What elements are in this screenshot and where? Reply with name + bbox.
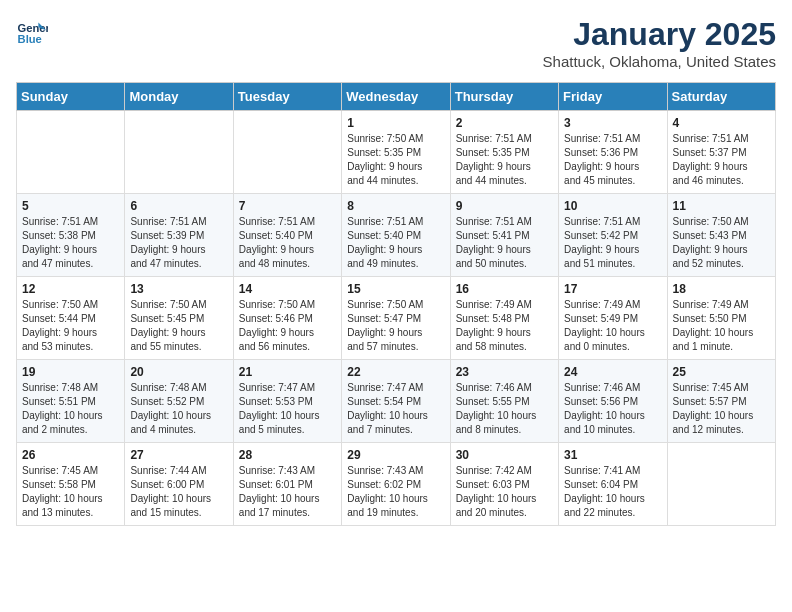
day-number: 29 — [347, 448, 444, 462]
day-cell: 31Sunrise: 7:41 AM Sunset: 6:04 PM Dayli… — [559, 443, 667, 526]
week-row-1: 1Sunrise: 7:50 AM Sunset: 5:35 PM Daylig… — [17, 111, 776, 194]
header-cell-wednesday: Wednesday — [342, 83, 450, 111]
day-number: 14 — [239, 282, 336, 296]
header-cell-saturday: Saturday — [667, 83, 775, 111]
day-cell — [17, 111, 125, 194]
day-number: 13 — [130, 282, 227, 296]
day-number: 16 — [456, 282, 553, 296]
day-cell: 13Sunrise: 7:50 AM Sunset: 5:45 PM Dayli… — [125, 277, 233, 360]
day-info: Sunrise: 7:48 AM Sunset: 5:52 PM Dayligh… — [130, 381, 227, 437]
day-info: Sunrise: 7:51 AM Sunset: 5:40 PM Dayligh… — [347, 215, 444, 271]
day-number: 23 — [456, 365, 553, 379]
day-info: Sunrise: 7:50 AM Sunset: 5:44 PM Dayligh… — [22, 298, 119, 354]
day-info: Sunrise: 7:49 AM Sunset: 5:48 PM Dayligh… — [456, 298, 553, 354]
svg-text:Blue: Blue — [18, 33, 42, 45]
day-cell: 29Sunrise: 7:43 AM Sunset: 6:02 PM Dayli… — [342, 443, 450, 526]
day-number: 27 — [130, 448, 227, 462]
week-row-5: 26Sunrise: 7:45 AM Sunset: 5:58 PM Dayli… — [17, 443, 776, 526]
day-cell — [667, 443, 775, 526]
day-number: 18 — [673, 282, 770, 296]
day-number: 15 — [347, 282, 444, 296]
day-cell: 18Sunrise: 7:49 AM Sunset: 5:50 PM Dayli… — [667, 277, 775, 360]
day-info: Sunrise: 7:51 AM Sunset: 5:36 PM Dayligh… — [564, 132, 661, 188]
day-cell: 5Sunrise: 7:51 AM Sunset: 5:38 PM Daylig… — [17, 194, 125, 277]
day-info: Sunrise: 7:50 AM Sunset: 5:47 PM Dayligh… — [347, 298, 444, 354]
day-cell: 24Sunrise: 7:46 AM Sunset: 5:56 PM Dayli… — [559, 360, 667, 443]
day-number: 2 — [456, 116, 553, 130]
day-info: Sunrise: 7:51 AM Sunset: 5:39 PM Dayligh… — [130, 215, 227, 271]
calendar-body: 1Sunrise: 7:50 AM Sunset: 5:35 PM Daylig… — [17, 111, 776, 526]
header-cell-friday: Friday — [559, 83, 667, 111]
day-info: Sunrise: 7:51 AM Sunset: 5:38 PM Dayligh… — [22, 215, 119, 271]
day-cell: 14Sunrise: 7:50 AM Sunset: 5:46 PM Dayli… — [233, 277, 341, 360]
day-number: 11 — [673, 199, 770, 213]
day-number: 28 — [239, 448, 336, 462]
day-number: 9 — [456, 199, 553, 213]
day-info: Sunrise: 7:43 AM Sunset: 6:02 PM Dayligh… — [347, 464, 444, 520]
day-info: Sunrise: 7:51 AM Sunset: 5:37 PM Dayligh… — [673, 132, 770, 188]
day-number: 10 — [564, 199, 661, 213]
calendar-table: SundayMondayTuesdayWednesdayThursdayFrid… — [16, 82, 776, 526]
day-number: 30 — [456, 448, 553, 462]
day-info: Sunrise: 7:50 AM Sunset: 5:43 PM Dayligh… — [673, 215, 770, 271]
day-number: 17 — [564, 282, 661, 296]
day-number: 19 — [22, 365, 119, 379]
logo-icon: General Blue — [16, 16, 48, 48]
day-number: 6 — [130, 199, 227, 213]
day-cell: 1Sunrise: 7:50 AM Sunset: 5:35 PM Daylig… — [342, 111, 450, 194]
day-info: Sunrise: 7:51 AM Sunset: 5:41 PM Dayligh… — [456, 215, 553, 271]
day-info: Sunrise: 7:46 AM Sunset: 5:55 PM Dayligh… — [456, 381, 553, 437]
day-cell: 10Sunrise: 7:51 AM Sunset: 5:42 PM Dayli… — [559, 194, 667, 277]
day-cell: 17Sunrise: 7:49 AM Sunset: 5:49 PM Dayli… — [559, 277, 667, 360]
day-info: Sunrise: 7:45 AM Sunset: 5:58 PM Dayligh… — [22, 464, 119, 520]
day-cell: 27Sunrise: 7:44 AM Sunset: 6:00 PM Dayli… — [125, 443, 233, 526]
day-cell: 26Sunrise: 7:45 AM Sunset: 5:58 PM Dayli… — [17, 443, 125, 526]
day-number: 20 — [130, 365, 227, 379]
day-number: 21 — [239, 365, 336, 379]
day-cell: 15Sunrise: 7:50 AM Sunset: 5:47 PM Dayli… — [342, 277, 450, 360]
page-header: General Blue January 2025 Shattuck, Okla… — [16, 16, 776, 70]
day-info: Sunrise: 7:48 AM Sunset: 5:51 PM Dayligh… — [22, 381, 119, 437]
day-number: 5 — [22, 199, 119, 213]
header-cell-tuesday: Tuesday — [233, 83, 341, 111]
day-info: Sunrise: 7:49 AM Sunset: 5:49 PM Dayligh… — [564, 298, 661, 354]
calendar-header: SundayMondayTuesdayWednesdayThursdayFrid… — [17, 83, 776, 111]
day-cell: 21Sunrise: 7:47 AM Sunset: 5:53 PM Dayli… — [233, 360, 341, 443]
day-number: 12 — [22, 282, 119, 296]
day-info: Sunrise: 7:50 AM Sunset: 5:45 PM Dayligh… — [130, 298, 227, 354]
day-info: Sunrise: 7:45 AM Sunset: 5:57 PM Dayligh… — [673, 381, 770, 437]
day-number: 24 — [564, 365, 661, 379]
day-info: Sunrise: 7:42 AM Sunset: 6:03 PM Dayligh… — [456, 464, 553, 520]
title-block: January 2025 Shattuck, Oklahoma, United … — [543, 16, 776, 70]
day-info: Sunrise: 7:41 AM Sunset: 6:04 PM Dayligh… — [564, 464, 661, 520]
day-cell: 4Sunrise: 7:51 AM Sunset: 5:37 PM Daylig… — [667, 111, 775, 194]
day-info: Sunrise: 7:51 AM Sunset: 5:42 PM Dayligh… — [564, 215, 661, 271]
day-cell: 11Sunrise: 7:50 AM Sunset: 5:43 PM Dayli… — [667, 194, 775, 277]
day-cell: 28Sunrise: 7:43 AM Sunset: 6:01 PM Dayli… — [233, 443, 341, 526]
day-number: 4 — [673, 116, 770, 130]
week-row-2: 5Sunrise: 7:51 AM Sunset: 5:38 PM Daylig… — [17, 194, 776, 277]
day-cell: 30Sunrise: 7:42 AM Sunset: 6:03 PM Dayli… — [450, 443, 558, 526]
header-cell-sunday: Sunday — [17, 83, 125, 111]
day-cell: 7Sunrise: 7:51 AM Sunset: 5:40 PM Daylig… — [233, 194, 341, 277]
day-number: 3 — [564, 116, 661, 130]
calendar-title: January 2025 — [543, 16, 776, 53]
day-cell — [125, 111, 233, 194]
day-info: Sunrise: 7:47 AM Sunset: 5:54 PM Dayligh… — [347, 381, 444, 437]
header-row: SundayMondayTuesdayWednesdayThursdayFrid… — [17, 83, 776, 111]
day-cell: 20Sunrise: 7:48 AM Sunset: 5:52 PM Dayli… — [125, 360, 233, 443]
day-number: 22 — [347, 365, 444, 379]
day-cell: 25Sunrise: 7:45 AM Sunset: 5:57 PM Dayli… — [667, 360, 775, 443]
day-cell: 6Sunrise: 7:51 AM Sunset: 5:39 PM Daylig… — [125, 194, 233, 277]
day-number: 26 — [22, 448, 119, 462]
day-cell: 3Sunrise: 7:51 AM Sunset: 5:36 PM Daylig… — [559, 111, 667, 194]
header-cell-monday: Monday — [125, 83, 233, 111]
day-number: 8 — [347, 199, 444, 213]
calendar-subtitle: Shattuck, Oklahoma, United States — [543, 53, 776, 70]
day-info: Sunrise: 7:51 AM Sunset: 5:40 PM Dayligh… — [239, 215, 336, 271]
day-cell: 8Sunrise: 7:51 AM Sunset: 5:40 PM Daylig… — [342, 194, 450, 277]
day-number: 1 — [347, 116, 444, 130]
day-info: Sunrise: 7:43 AM Sunset: 6:01 PM Dayligh… — [239, 464, 336, 520]
day-cell — [233, 111, 341, 194]
day-number: 25 — [673, 365, 770, 379]
